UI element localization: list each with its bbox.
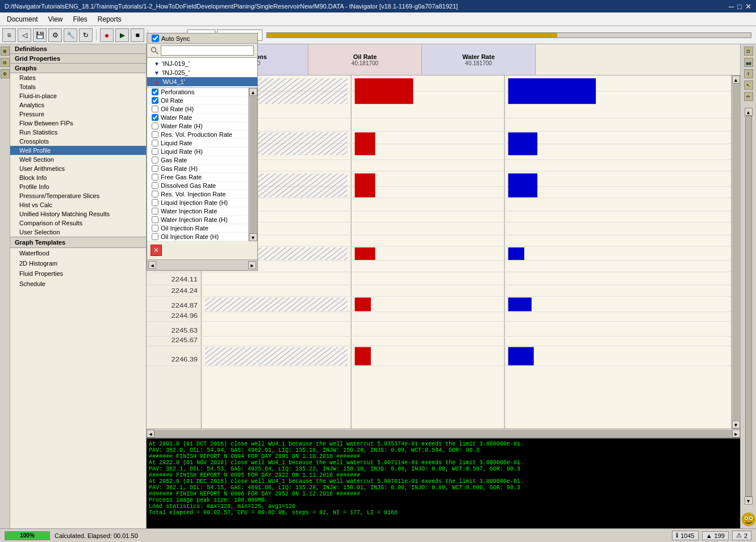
param-scroll-track[interactable] [249,96,257,233]
sidebar-icon-3[interactable]: ⚙ [1,69,10,78]
sidebar-icon-2[interactable]: ⊟ [1,58,10,67]
graph-item-crossplots[interactable]: Crossplots [10,137,146,146]
param-check-water-inj-rate-h[interactable] [152,216,158,223]
param-check-water-inj-rate[interactable] [152,208,158,215]
param-scroll-left[interactable]: ◄ [148,261,156,269]
param-scroll-up[interactable]: ▲ [249,88,257,96]
warning-count: 199 [715,532,725,539]
param-scroll-down[interactable]: ▼ [249,233,257,241]
well-tree: ▼ 'INJ-019_' ▼ 'INJ-025_' ▲ 'WU4_1' [147,58,257,88]
right-icon-camera[interactable]: 📷 [744,58,753,67]
toolbar-menu-btn[interactable]: ≡ [2,28,16,42]
param-check-oilrate[interactable] [152,97,158,104]
param-check-liquid-inj-h[interactable] [152,199,158,206]
param-check-res-vol-inj[interactable] [152,191,158,198]
chart-scroll-right[interactable]: ► [732,430,740,438]
chart-scroll-left[interactable]: ◄ [147,430,154,438]
svg-text:2244.96: 2244.96 [172,313,198,319]
error-badge[interactable]: ⚠ 2 [732,531,751,540]
right-scroll-up[interactable]: ▲ [745,108,753,116]
grid-properties-header[interactable]: Grid Properties [10,54,146,64]
graph-item-wellprofile[interactable]: Well Profile [10,146,146,155]
param-check-oil-inj-rate[interactable] [152,225,158,232]
graph-item-rates[interactable]: Rates [10,73,146,82]
param-check-res-vol-prod[interactable] [152,131,158,138]
graph-item-userarith[interactable]: User Arithmetics [10,164,146,173]
graph-item-flow[interactable]: Flow Between FIPs [10,119,146,128]
log-line-8: PAV: 362.1, OIL: 54.15, GAS: 4891.06, LI… [149,485,738,491]
sidebar-icon-1[interactable]: ⊞ [1,47,10,56]
toolbar-back-btn[interactable]: ◁ [18,28,31,42]
param-check-waterrate-h[interactable] [152,123,158,129]
param-check-liquid-rate-h[interactable] [152,148,158,155]
graph-item-histvscalc[interactable]: Hist vs Calc [10,200,146,209]
graph-item-fluid[interactable]: Fluid-in-place [10,91,146,100]
graph-item-comparison[interactable]: Comparison of Results [10,219,146,228]
log-line-11: Load statistics: max=128, min=125, avg1=… [149,503,738,510]
param-check-waterrate[interactable] [152,114,158,121]
chart-hscroll-track[interactable] [154,430,732,437]
param-list: Perforations Oil Rate Oil Rate (H) Water… [147,88,248,241]
graph-item-wellsection[interactable]: Well Section [10,155,146,164]
menu-document[interactable]: Document [2,14,43,24]
toolbar-settings-btn[interactable]: ⚙ [48,28,62,42]
search-input[interactable] [161,45,254,56]
toolbar-save-btn[interactable]: 💾 [33,28,47,42]
chart-scroll-up[interactable]: ▲ [732,75,740,83]
info-badge[interactable]: ℹ 1045 [672,531,698,540]
well-item-inj019[interactable]: ▼ 'INJ-019_' [147,59,257,68]
param-scroll-right[interactable]: ► [248,261,256,269]
param-check-gas-rate[interactable] [152,157,158,163]
well-item-inj025[interactable]: ▼ 'INJ-025_' [147,68,257,77]
right-icon-cursor[interactable]: ↖ [744,81,753,90]
template-2d-histogram[interactable]: 2D Histogram [10,258,146,268]
graph-templates-header[interactable]: Graph Templates [10,237,146,248]
graph-item-ptslices[interactable]: Pressure/Temperature Slices [10,191,146,200]
menu-view[interactable]: View [44,14,68,24]
right-scroll-down[interactable]: ▼ [745,497,753,505]
param-check-oilrate-h[interactable] [152,106,158,112]
chart-scroll-down[interactable]: ▼ [732,421,740,428]
template-schedule[interactable]: Schedule [10,279,146,289]
param-check-oil-inj-rate-h[interactable] [152,233,158,240]
param-check-liquid-rate[interactable] [152,140,158,146]
param-check-gas-rate-h[interactable] [152,165,158,172]
param-check-perforations[interactable] [152,89,158,95]
param-check-free-gas-rate[interactable] [152,174,158,180]
graph-item-blockinfo[interactable]: Block Info [10,173,146,182]
menu-reports[interactable]: Reports [93,14,126,24]
maximize-button[interactable]: □ [737,2,742,11]
graphs-header[interactable]: Graphs [10,64,146,73]
right-toolbar: ⊡ 📷 T ↖ ✏ ▲ ▼ [740,44,756,528]
graph-item-profileinfo[interactable]: Profile Info [10,182,146,191]
waterrate-col-value: 40.181700 [465,60,492,66]
auto-sync-checkbox[interactable] [152,35,159,42]
graph-item-run[interactable]: Run Statistics [10,128,146,137]
graph-item-pressure[interactable]: Pressure [10,110,146,119]
definitions-header[interactable]: Definitions [10,44,146,54]
right-icon-1[interactable]: ⊡ [744,47,753,56]
graph-item-unified[interactable]: Unified History Matching Results [10,209,146,219]
chart-scroll-track[interactable] [732,83,740,421]
delete-button[interactable]: ✕ [151,245,162,256]
close-button[interactable]: ✕ [745,2,751,11]
template-waterflood[interactable]: Waterflood [10,248,146,258]
right-scroll-track[interactable] [745,116,752,497]
template-fluid-properties[interactable]: Fluid Properties [10,268,146,279]
toolbar-record-btn[interactable]: ● [100,28,114,42]
toolbar-gear2-btn[interactable]: 🔧 [64,28,77,42]
menu-files[interactable]: Files [69,14,92,24]
graph-item-totals[interactable]: Totals [10,82,146,91]
right-icon-text[interactable]: T [744,69,753,78]
toolbar-stop-btn[interactable]: ■ [131,28,144,42]
toolbar-play-btn[interactable]: ▶ [115,28,129,42]
minimize-button[interactable]: ─ [729,2,734,11]
warning-badge[interactable]: ▲ 199 [702,531,729,540]
svg-rect-55 [205,297,348,311]
graph-item-usersel[interactable]: User Selection [10,228,146,237]
graph-item-analytics[interactable]: Analytics [10,100,146,110]
right-icon-pen[interactable]: ✏ [744,92,753,101]
well-item-wu41[interactable]: ▲ 'WU4_1' [147,77,257,86]
param-check-dissolved-gas[interactable] [152,182,158,189]
toolbar-reload-btn[interactable]: ↻ [79,28,93,42]
